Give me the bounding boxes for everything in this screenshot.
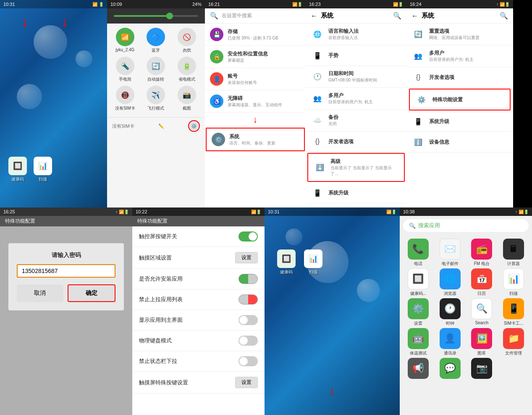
special-item-installapp[interactable]: 是否允许安装应用 (132, 269, 265, 289)
toucharea-set-button[interactable]: 设置 (235, 252, 258, 263)
cancel-button[interactable]: 取消 (17, 284, 63, 302)
app-simcard[interactable]: 📱 SIM卡工... (498, 298, 529, 326)
settings-search-bar[interactable]: 🔍 在设置中搜索 (205, 8, 306, 24)
sys-item-deviceinfo[interactable]: ℹ️ 设备信息 (306, 203, 406, 208)
app-search-bar[interactable]: 🔍 搜索应用 (403, 219, 529, 232)
home-icon-jkm[interactable]: 🔲 健康码 (8, 157, 27, 182)
sys-item-devmode[interactable]: {} 开发者选项 (306, 131, 406, 152)
app-contacts[interactable]: 👤 通讯录 (435, 328, 465, 356)
panel5-system2: 16:24 ↑ 📶🔋 ← 系统 🔍 🔄 重置选项 网络、应用或设备可以重置 👥 … (406, 0, 513, 208)
brightness-track[interactable] (114, 15, 198, 17)
app-search[interactable]: 🔍 Search (467, 298, 497, 326)
devmode-text: 开发者选项 (328, 138, 354, 145)
special-item-keyboard[interactable]: 物理键盘模式 (132, 331, 265, 351)
bpanel3-icon-scan[interactable]: 📊 扫描 (304, 250, 322, 275)
special-item-specialkey[interactable]: 触摸屏特殊按键设置 设置 (132, 372, 265, 394)
qs-autorotate[interactable]: 🔄 自动旋转 (142, 57, 170, 82)
settings-gear-button[interactable]: ⚙️ (188, 120, 200, 132)
search-icon-panel5[interactable]: 🔍 (500, 12, 508, 20)
bpanel3-icon-jkm[interactable]: 🔲 健康码 (277, 250, 296, 275)
accessibility-desc: 屏幕阅读器、显示、互动组件 (228, 102, 282, 108)
search-icon-panel4[interactable]: 🔍 (393, 12, 401, 20)
pullup-toggle[interactable] (238, 294, 258, 305)
statusbar-toggle[interactable] (238, 356, 258, 366)
specialkey-set-button[interactable]: 设置 (235, 377, 258, 388)
sys-item-advanced[interactable]: ⬇️ 高级 当前显示了 当前显示了 当前显示了... (308, 154, 404, 181)
qs-flashlight[interactable]: 🔦 手电筒 (111, 57, 139, 82)
password-dialog: 请输入密码 取消 确定 (8, 243, 124, 310)
qs-battery-saver[interactable]: 🔋 省电模式 (173, 57, 201, 82)
qs-wifi[interactable]: 📶 jyku_2.4G (111, 28, 139, 53)
qs-bluetooth[interactable]: 🔷 蓝牙 (142, 28, 170, 53)
calculator-icon: 🖩 (503, 239, 524, 260)
back-arrow-icon[interactable]: ← (311, 12, 317, 20)
app-phone[interactable]: 📞 电话 (403, 239, 433, 267)
app-email[interactable]: ✉️ 电子邮件 (435, 239, 465, 267)
sys-item-backup[interactable]: ☁️ 备份 关闭 (306, 110, 406, 131)
app-settings[interactable]: ⚙️ 设置 (403, 298, 433, 326)
qs-screenshot-icon: 📸 (178, 86, 196, 104)
special-item-showapp[interactable]: 显示应用到主界面 (132, 310, 265, 331)
advanced-title: 高级 (330, 158, 398, 165)
app-clock[interactable]: 🕐 时钟 (435, 298, 465, 326)
keyboard-toggle[interactable] (238, 336, 258, 346)
home-icon-scan[interactable]: 📊 扫描 (34, 157, 52, 182)
app-calculator[interactable]: 🖩 计算器 (498, 239, 529, 267)
p5-item-upgrade[interactable]: 📱 系统升级 (406, 111, 513, 132)
app-camera[interactable]: 📷 (467, 358, 497, 380)
special-item-toucharea[interactable]: 触摸区域设置 设置 (132, 247, 265, 269)
panel2-nosim-label: 没有SIM卡 (112, 123, 134, 129)
app-chat[interactable]: 💬 (435, 358, 465, 380)
qs-battery-saver-label: 省电模式 (178, 76, 195, 82)
app-jkm[interactable]: 🔲 健康码... (403, 268, 433, 297)
sys-item-multiuser[interactable]: 👥 多用户 目前登录的用户为: 机主 (306, 88, 406, 110)
brightness-thumb[interactable] (166, 13, 173, 19)
app-speaker[interactable]: 📢 (403, 358, 433, 380)
sys-item-gesture[interactable]: 📱 手势 (306, 45, 406, 66)
sys-item-datetime[interactable]: 🕐 日期和时间 GMT+08:00 中国标准时间 (306, 66, 406, 88)
edit-icon[interactable]: ✏️ (158, 123, 164, 129)
app-filemanager[interactable]: 📁 文件管理 (498, 328, 529, 356)
email-icon: ✉️ (440, 239, 461, 260)
special-item-pullup[interactable]: 禁止上拉应用列表 (132, 289, 265, 310)
app-scan[interactable]: 📊 扫描 (498, 268, 529, 297)
p5-item-reset[interactable]: 🔄 重置选项 网络、应用或设备可以重置 (406, 24, 513, 45)
app-fm[interactable]: 📻 FM 电台 (467, 239, 497, 267)
language-title: 语言和输入法 (328, 28, 359, 35)
gallery-label: 图库 (477, 350, 486, 356)
p5-item-devmode[interactable]: {} 开发者选项 (406, 67, 513, 88)
home-icon-scan-label: 扫描 (39, 176, 47, 182)
settings-item-system[interactable]: ⚙️ 系统 语言、时间、备份、更新 (206, 128, 305, 151)
p5-item-deviceinfo[interactable]: ℹ️ 设备信息 (406, 132, 513, 152)
qs-airplane[interactable]: ✈️ 飞行模式 (142, 86, 170, 111)
app-temperature[interactable]: 🤖 体温测试 (403, 328, 433, 356)
sys-item-language[interactable]: 🌐 语言和输入法 谷歌拼音输入法 (306, 24, 406, 45)
settings-item-account[interactable]: 👤 账号 未添加任何账号 (205, 68, 306, 90)
password-input[interactable] (17, 264, 115, 278)
system-text: 系统 语言、时间、备份、更新 (229, 133, 275, 146)
special-item-touchswitch[interactable]: 触控屏按键开关 (132, 226, 265, 247)
settings-item-security[interactable]: 🔒 安全性和位置信息 屏幕锁定 (205, 46, 306, 68)
qs-screenshot[interactable]: 📸 截图 (173, 86, 201, 111)
special-item-statusbar[interactable]: 禁止状态栏下拉 (132, 351, 265, 372)
installapp-toggle[interactable] (238, 274, 258, 284)
qs-autorotate-icon: 🔄 (147, 57, 165, 75)
settings-item-accessibility[interactable]: ♿ 无障碍 屏幕阅读器、显示、互动组件 (205, 90, 306, 113)
showapp-toggle[interactable] (238, 315, 258, 325)
p5-item-multiuser[interactable]: 👥 多用户 目前登录的用户为: 机主 (406, 45, 513, 67)
sys-item-upgrade[interactable]: 📱 系统升级 (306, 183, 406, 203)
settings-item-storage[interactable]: 💾 存储 已使用 39% · 还剩 9.73 GB (205, 24, 306, 46)
app-grid: 📞 电话 ✉️ 电子邮件 📻 FM 电台 🖩 计算器 🔲 健康码... 🌐 (400, 235, 532, 383)
home-icon-jkm-label: 健康码 (11, 176, 24, 182)
confirm-button[interactable]: 确定 (68, 284, 116, 302)
app-browser[interactable]: 🌐 浏览器 (435, 268, 465, 297)
back-arrow-icon-p5[interactable]: ← (411, 12, 418, 20)
app-calendar[interactable]: 📅 日历 (467, 268, 497, 297)
qs-dnd[interactable]: 🚫 勿扰 (173, 28, 201, 53)
p5-item-special[interactable]: ⚙️ 特殊功能设置 (410, 89, 510, 110)
app-gallery[interactable]: 🖼️ 图库 (467, 328, 497, 356)
home-icon-scan-box: 📊 (34, 157, 52, 175)
dialog-buttons: 取消 确定 (17, 284, 115, 302)
touchswitch-toggle[interactable] (238, 231, 258, 242)
qs-battery-saver-icon: 🔋 (178, 57, 196, 75)
